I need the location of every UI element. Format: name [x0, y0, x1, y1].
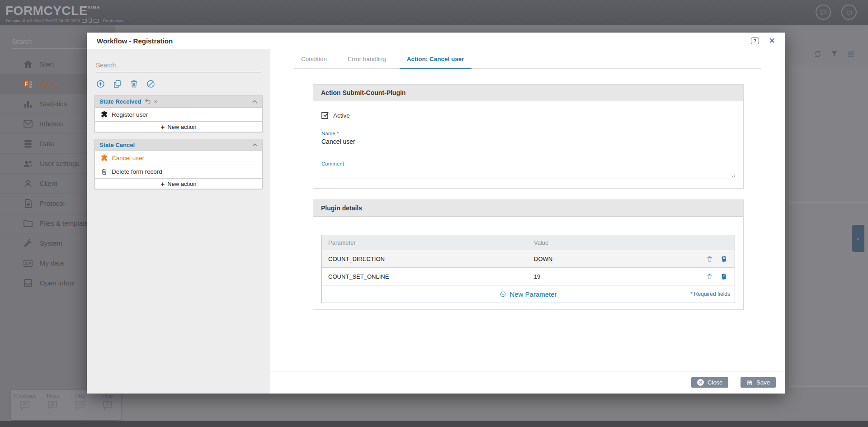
plus-circle-icon	[500, 291, 506, 298]
column-parameter: Parameter	[322, 239, 534, 246]
action-plugin-card: Action Submit-Count-Plugin Active Name* …	[313, 84, 744, 189]
parameter-value: DOWN	[534, 256, 693, 262]
plus-icon: +	[160, 123, 165, 130]
copy-state-button[interactable]	[113, 79, 122, 89]
version-line: Despina 6.4.0-SNAPSHOT 24.03.2020 - Prod…	[6, 18, 123, 23]
faq-icon: FAQ	[74, 399, 86, 411]
undo-icon[interactable]	[145, 98, 151, 105]
comment-textarea[interactable]	[321, 167, 735, 179]
chevron-left-icon: ‹	[857, 235, 859, 242]
state-group-received: State Received × Register user + New act…	[94, 95, 263, 132]
delete-parameter-button[interactable]	[706, 256, 713, 262]
new-action-button-received[interactable]: + New action	[95, 121, 262, 132]
help-bar-help[interactable]: Help ?	[94, 393, 121, 420]
action-detail-panel: Condition Error handling Action: Cancel …	[270, 49, 785, 394]
plugin-details-card-title: Plugin details	[313, 200, 743, 217]
dialog-help-button[interactable]: ?	[751, 38, 759, 44]
home-icon	[23, 59, 33, 70]
dialog-header: Workflow - Registration ? ×	[87, 33, 785, 49]
help-bar-faq[interactable]: FAQ FAQ	[66, 393, 94, 420]
close-circle-icon: ×	[697, 379, 704, 386]
new-action-button-cancel[interactable]: + New action	[95, 178, 262, 189]
folder-icon	[23, 218, 33, 229]
logo-brand-sup: XIMA	[88, 5, 101, 9]
app-header: FORMCYCLEXIMA Despina 6.4.0-SNAPSHOT 24.…	[0, 0, 868, 25]
delete-parameter-button[interactable]	[706, 273, 713, 280]
workflow-dialog: Workflow - Registration ? × State Receiv…	[87, 33, 785, 394]
edit-parameter-button[interactable]	[720, 272, 728, 280]
state-received-title: State Received	[99, 98, 142, 105]
trash-icon	[100, 168, 108, 176]
table-row: COUNT_SET_ONLINE 19	[322, 268, 735, 285]
resize-handle-icon[interactable]	[734, 176, 735, 177]
dialog-title: Workflow - Registration	[97, 37, 173, 45]
active-checkbox[interactable]	[321, 112, 328, 119]
edit-parameter-button[interactable]	[720, 255, 728, 262]
document-icon	[23, 198, 33, 209]
action-item-delete-form-record[interactable]: Delete form record	[95, 165, 262, 178]
environment-text: - Production	[100, 18, 123, 23]
person-icon	[23, 178, 33, 189]
add-state-button[interactable]	[96, 79, 105, 89]
action-item-register-user[interactable]: Register user	[95, 108, 262, 121]
workflow-state-panel: State Received × Register user + New act…	[87, 49, 270, 394]
collapse-group-icon[interactable]	[252, 142, 258, 148]
detail-scroll-area: Action Submit-Count-Plugin Active Name* …	[270, 69, 785, 371]
checkmark-icon	[322, 111, 329, 118]
filter-icon[interactable]	[830, 50, 839, 58]
monitor-icon	[82, 19, 87, 23]
plugin-details-card: Plugin details Parameter Value COUNT_DIR…	[313, 199, 744, 310]
collapse-panel-toggle[interactable]: ‹	[852, 225, 864, 252]
parameter-name: COUNT_SET_ONLINE	[322, 273, 534, 280]
delete-state-button[interactable]	[129, 79, 139, 89]
parameter-table: Parameter Value COUNT_DIRECTION DOWN	[321, 235, 735, 303]
bar-chart-icon	[23, 99, 33, 109]
help-bar: Feedback Ticket FAQ FAQ Help ?	[11, 390, 121, 420]
parameter-value: 19	[534, 273, 693, 280]
version-text: Despina 6.4.0-SNAPSHOT 24.03.2020	[6, 18, 80, 23]
action-plugin-card-title: Action Submit-Count-Plugin	[313, 85, 743, 101]
page-footer-bar	[0, 421, 868, 427]
id-card-icon	[23, 258, 33, 269]
save-button[interactable]: Save	[741, 377, 776, 388]
puzzle-icon	[100, 111, 108, 119]
workflow-search[interactable]	[96, 61, 261, 72]
help-icon: ?	[102, 399, 113, 411]
parameter-name: COUNT_DIRECTION	[322, 256, 534, 262]
chat-button[interactable]	[816, 5, 831, 20]
logout-button[interactable]	[841, 5, 857, 20]
svg-text:FAQ: FAQ	[77, 403, 84, 406]
comment-label: Comment	[321, 161, 735, 166]
new-parameter-button[interactable]: New Parameter	[500, 290, 557, 298]
feedback-icon	[19, 399, 31, 411]
inbox-icon	[23, 278, 33, 289]
active-label: Active	[333, 112, 350, 119]
tab-error-handling[interactable]: Error handling	[340, 56, 393, 68]
name-label: Name*	[321, 131, 735, 136]
tab-action-cancel-user[interactable]: Action: Cancel user	[400, 56, 472, 68]
close-button[interactable]: × Close	[691, 377, 728, 388]
remove-icon[interactable]: ×	[154, 99, 158, 104]
window-icon	[94, 19, 99, 23]
chat-bubble-icon	[820, 9, 827, 16]
state-cancel-header[interactable]: State Cancel	[95, 139, 262, 151]
menu-icon[interactable]	[847, 50, 855, 58]
action-item-cancel-user[interactable]: Cancel user	[95, 151, 262, 165]
required-mark: *	[337, 131, 339, 136]
detail-tabs: Condition Error handling Action: Cancel …	[294, 49, 761, 69]
refresh-icon[interactable]	[813, 50, 822, 58]
collapse-group-icon[interactable]	[252, 98, 258, 105]
app-logo: FORMCYCLEXIMA	[5, 4, 100, 18]
dialog-close-icon[interactable]: ×	[769, 36, 775, 46]
panel-divider	[789, 202, 868, 203]
tab-condition[interactable]: Condition	[294, 56, 334, 68]
puzzle-icon	[100, 154, 108, 162]
workflow-search-input[interactable]	[96, 61, 261, 72]
disable-state-button[interactable]	[146, 79, 156, 89]
help-bar-feedback[interactable]: Feedback	[11, 393, 39, 420]
state-received-header[interactable]: State Received ×	[95, 96, 262, 108]
name-input[interactable]	[321, 137, 735, 149]
plus-icon: +	[160, 180, 165, 187]
server-icon	[89, 19, 92, 23]
help-bar-ticket[interactable]: Ticket	[39, 393, 66, 420]
